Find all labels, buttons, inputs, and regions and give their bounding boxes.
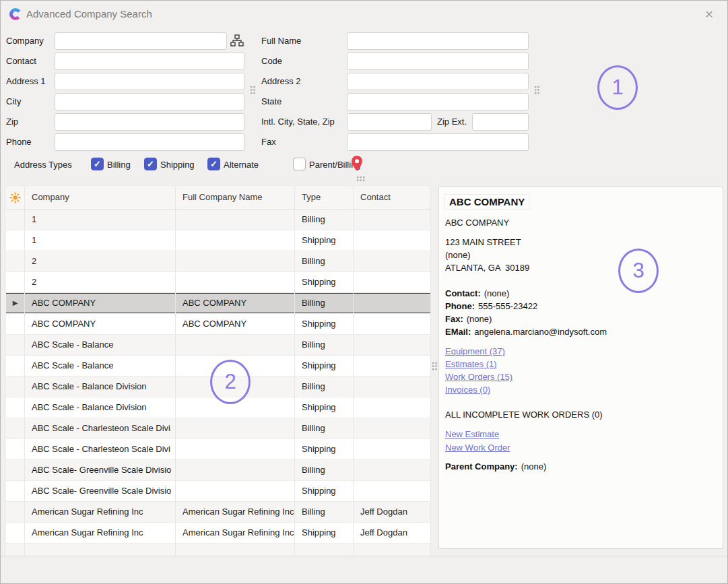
cell-company[interactable]: 1 [25,209,176,230]
cell-full[interactable] [176,460,295,480]
cell-contact[interactable] [354,251,431,271]
splitter-handle[interactable] [432,362,438,370]
estimates-link[interactable]: Estimates (1) [445,359,497,369]
cell-full[interactable]: American Sugar Refining Inc [176,523,295,543]
table-row[interactable]: ABC Scale - Balance DivisionShipping [6,397,431,418]
address1-input[interactable] [55,73,244,90]
cell-full[interactable] [176,272,295,292]
row-selector[interactable] [6,523,25,543]
cell-type[interactable]: Shipping [295,356,354,376]
column-header-type[interactable]: Type [295,186,354,209]
cell-type[interactable]: Billing [295,460,354,480]
cell-type[interactable]: Billing [295,418,354,439]
table-row[interactable] [6,544,431,556]
row-selector[interactable] [6,209,25,230]
cell-contact[interactable] [354,481,431,501]
alternate-checkbox[interactable]: ✓ [207,158,220,170]
cell-company[interactable]: 2 [25,272,176,292]
equipment-link[interactable]: Equipment (37) [445,346,505,356]
new-work-order-link[interactable]: New Work Order [445,443,510,453]
zip-input[interactable] [55,113,244,131]
cell-contact[interactable] [354,335,431,355]
cell-type[interactable]: Billing [295,209,354,230]
cell-full[interactable] [176,544,295,556]
full-name-input[interactable] [347,32,529,50]
cell-contact[interactable] [354,377,431,397]
table-row[interactable]: 2Shipping [6,272,431,293]
row-selector[interactable] [6,314,25,334]
cell-full[interactable] [176,481,295,501]
cell-contact[interactable] [354,356,431,376]
cell-company[interactable]: ABC COMPANY [25,314,176,334]
cell-type[interactable]: Billing [295,251,354,271]
cell-contact[interactable] [354,460,431,480]
column-header-company[interactable]: Company [25,186,176,209]
cell-full[interactable]: ABC COMPANY [176,293,295,313]
company-hierarchy-icon[interactable] [230,34,244,49]
table-row[interactable]: 1Shipping [6,230,431,251]
cell-type[interactable]: Billing [295,293,354,313]
code-input[interactable] [347,53,529,70]
cell-company[interactable]: ABC Scale - Balance Division [25,397,176,418]
company-input[interactable] [55,32,227,50]
cell-type[interactable]: Billing [295,335,354,355]
cell-type[interactable]: Shipping [295,230,354,251]
contact-input[interactable] [55,53,244,70]
cell-contact[interactable] [354,293,431,313]
address2-input[interactable] [347,73,529,90]
billing-checkbox[interactable]: ✓ [91,158,104,170]
grid-settings-sun-icon[interactable] [6,186,25,209]
cell-company[interactable]: ABC Scale - Charlesteon Scale Divi [25,418,176,439]
cell-contact[interactable]: Jeff Dogdan [354,502,431,522]
table-row[interactable]: 1Billing [6,209,431,230]
cell-type[interactable]: Shipping [295,481,354,501]
splitter-handle[interactable] [356,176,365,182]
row-selector[interactable] [6,251,25,271]
invoices-link[interactable]: Invoices (0) [445,385,490,395]
row-selector[interactable] [6,272,25,292]
cell-company[interactable]: ABC Scale- Greenville Scale Divisio [25,481,176,501]
column-header-full-company-name[interactable]: Full Company Name [176,186,295,209]
table-row[interactable]: ABC Scale - Charlesteon Scale DiviShippi… [6,439,431,460]
cell-company[interactable]: ABC Scale - Balance [25,356,176,376]
cell-company[interactable] [25,544,176,556]
cell-type[interactable]: Shipping [295,439,354,459]
cell-type[interactable]: Billing [295,377,354,397]
table-row[interactable]: ABC COMPANYABC COMPANYShipping [6,314,431,335]
cell-type[interactable]: Billing [295,502,354,522]
cell-company[interactable]: ABC Scale - Balance Division [25,377,176,397]
cell-full[interactable] [176,209,295,230]
cell-type[interactable]: Shipping [295,272,354,292]
splitter-handle[interactable] [534,86,540,94]
table-row[interactable]: ABC Scale- Greenville Scale DivisioShipp… [6,481,431,502]
table-row[interactable]: ABC Scale- Greenville Scale DivisioBilli… [6,460,431,481]
cell-contact[interactable] [354,230,431,251]
cell-company[interactable]: ABC Scale- Greenville Scale Divisio [25,460,176,480]
fax-input[interactable] [347,133,529,151]
cell-full[interactable] [176,251,295,271]
cell-full[interactable]: ABC COMPANY [176,314,295,334]
close-icon[interactable]: ✕ [702,7,717,22]
work-orders-link[interactable]: Work Orders (15) [445,372,512,382]
cell-company[interactable]: American Sugar Refining Inc [25,502,176,522]
cell-contact[interactable]: Jeff Dogdan [354,523,431,543]
cell-type[interactable]: Shipping [295,523,354,543]
map-pin-icon[interactable] [350,155,364,175]
row-selector[interactable] [6,502,25,522]
cell-company[interactable]: ABC COMPANY [25,293,176,313]
row-selector[interactable] [6,377,25,397]
parent-billing-checkbox[interactable]: ✓ [293,158,306,170]
cell-type[interactable] [295,544,354,556]
cell-company[interactable]: ABC Scale - Balance [25,335,176,355]
cell-type[interactable]: Shipping [295,314,354,334]
row-selector[interactable] [6,460,25,480]
row-selector[interactable] [6,481,25,501]
table-row[interactable]: ABC Scale - Charlesteon Scale DiviBillin… [6,418,431,439]
row-selector[interactable] [6,397,25,418]
table-row[interactable]: ▶ABC COMPANYABC COMPANYBilling [6,293,431,314]
cell-full[interactable] [176,418,295,439]
cell-contact[interactable] [354,209,431,230]
cell-full[interactable] [176,335,295,355]
intl-city-state-zip-input[interactable] [347,113,432,131]
cell-contact[interactable] [354,397,431,418]
